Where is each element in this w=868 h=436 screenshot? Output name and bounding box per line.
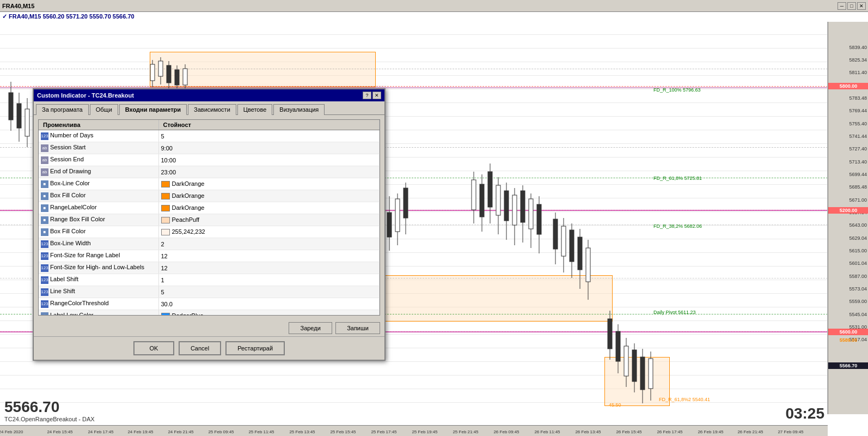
table-row[interactable]: ■Box-Line ColorDarkOrange: [39, 178, 380, 190]
modal-overlay: Custom Indicator - TC24.Breakout ? ✕ За …: [0, 0, 868, 436]
param-value: DarkOrange: [172, 180, 205, 187]
cancel-button[interactable]: Cancel: [179, 341, 221, 355]
param-name-cell: 123Label Shift: [39, 274, 158, 286]
modal-title-buttons[interactable]: ? ✕: [363, 92, 381, 99]
param-value-cell[interactable]: 5: [158, 286, 380, 298]
table-row[interactable]: ■Label Low ColorDodgerBlue: [39, 310, 380, 316]
param-name-cell: 123Line Shift: [39, 286, 158, 298]
param-value: 1: [161, 277, 164, 283]
table-row[interactable]: 123RangeColorThreshold30.0: [39, 298, 380, 310]
param-value-cell[interactable]: 5: [158, 130, 380, 142]
table-row[interactable]: 123Font-Size for High- and Low-Labels12: [39, 262, 380, 274]
table-row[interactable]: 123Font-Size for Range Label12: [39, 250, 380, 262]
param-type-icon: ab: [41, 168, 48, 176]
param-name-cell: ■Box Fill Color: [39, 226, 158, 238]
param-value-cell[interactable]: 12: [158, 250, 380, 262]
color-swatch-icon: [161, 229, 170, 235]
table-row[interactable]: ■Box Fill ColorDarkOrange: [39, 190, 380, 202]
param-name: Label Shift: [50, 276, 78, 282]
param-name: Session End: [50, 156, 84, 162]
dialog-footer: OK Cancel Рестартирай: [34, 336, 384, 360]
tab-vizualizatsia[interactable]: Визуализация: [273, 104, 325, 115]
param-value: 2: [161, 241, 164, 247]
param-name-cell: 123Font-Size for Range Label: [39, 250, 158, 262]
param-value-cell[interactable]: 9:00: [158, 142, 380, 154]
table-actions: Зареди Запиши: [34, 320, 384, 336]
param-value: 5: [161, 133, 164, 140]
param-name-cell: abSession End: [39, 154, 158, 166]
table-row[interactable]: 123Box-Line Width2: [39, 238, 380, 250]
tab-vhodni-parametri[interactable]: Входни параметри: [119, 104, 187, 115]
tab-obshi[interactable]: Общи: [90, 104, 118, 115]
param-name-cell: 123Font-Size for High- and Low-Labels: [39, 262, 158, 274]
tab-zavisimosti[interactable]: Зависимости: [188, 104, 236, 115]
param-name: Number of Days: [50, 132, 93, 138]
param-value: 9:00: [161, 145, 173, 152]
param-value-cell[interactable]: 2: [158, 238, 380, 250]
tab-tsvetove[interactable]: Цветове: [237, 104, 272, 115]
color-swatch-icon: [161, 205, 170, 211]
param-type-icon: ■: [41, 204, 48, 212]
param-name: Box-Line Color: [50, 180, 90, 186]
param-value-cell[interactable]: DarkOrange: [158, 202, 380, 214]
ok-button[interactable]: OK: [133, 341, 174, 355]
param-value: DarkOrange: [172, 204, 205, 211]
param-name-cell: 123RangeColorThreshold: [39, 298, 158, 310]
param-name-cell: 123Number of Days: [39, 130, 158, 142]
param-type-icon: 123: [41, 264, 48, 272]
param-value-cell[interactable]: DodgerBlue: [158, 310, 380, 316]
param-value: 255,242,232: [172, 228, 205, 235]
param-value: 10:00: [161, 157, 176, 164]
param-value-cell[interactable]: 23:00: [158, 166, 380, 178]
table-row[interactable]: 123Line Shift5: [39, 286, 380, 298]
restart-button[interactable]: Рестартирай: [225, 341, 285, 355]
modal-title-bar: Custom Indicator - TC24.Breakout ? ✕: [34, 89, 384, 101]
param-name: End of Drawing: [50, 168, 91, 174]
param-value-cell[interactable]: 12: [158, 262, 380, 274]
table-row[interactable]: ■Range Box Fill ColorPeachPuff: [39, 214, 380, 226]
col-header-value: Стойност: [158, 120, 380, 130]
param-type-icon: 123: [41, 132, 48, 140]
table-row[interactable]: 123Label Shift1: [39, 274, 380, 286]
table-row[interactable]: 123Number of Days5: [39, 130, 380, 142]
param-value-cell[interactable]: DarkOrange: [158, 178, 380, 190]
table-row[interactable]: abEnd of Drawing23:00: [39, 166, 380, 178]
zapishi-button[interactable]: Запиши: [335, 322, 380, 334]
param-value: DarkOrange: [172, 192, 205, 199]
param-value: 12: [161, 265, 168, 271]
param-table: Променлива Стойност 123Number of Days5ab…: [39, 120, 380, 316]
param-value-cell[interactable]: 1: [158, 274, 380, 286]
param-name: RangeColorThreshold: [50, 300, 109, 306]
param-name: Session Start: [50, 144, 85, 150]
table-row[interactable]: ■Box Fill Color255,242,232: [39, 226, 380, 238]
param-name: Range Box Fill Color: [50, 216, 105, 222]
tab-za-programa[interactable]: За програмата: [36, 104, 89, 115]
param-name: Box Fill Color: [50, 192, 85, 198]
param-value: 5: [161, 289, 164, 295]
param-value-cell[interactable]: 30.0: [158, 298, 380, 310]
param-value-cell[interactable]: 255,242,232: [158, 226, 380, 238]
modal-dialog: Custom Indicator - TC24.Breakout ? ✕ За …: [33, 88, 386, 361]
param-name: Line Shift: [50, 288, 75, 294]
table-row[interactable]: ■RangeLabelColorDarkOrange: [39, 202, 380, 214]
color-swatch-icon: [161, 313, 170, 316]
color-swatch-icon: [161, 217, 170, 223]
table-row[interactable]: abSession Start9:00: [39, 142, 380, 154]
param-value-cell[interactable]: DarkOrange: [158, 190, 380, 202]
zarédi-button[interactable]: Зареди: [289, 322, 332, 334]
tabs-container: За програмата Общи Входни параметри Зави…: [34, 101, 384, 115]
param-name: Font-Size for Range Label: [50, 252, 120, 258]
param-type-icon: 123: [41, 240, 48, 248]
param-value-cell[interactable]: PeachPuff: [158, 214, 380, 226]
table-row[interactable]: abSession End10:00: [39, 154, 380, 166]
param-type-icon: 123: [41, 288, 48, 296]
param-name-cell: ■Box Fill Color: [39, 190, 158, 202]
param-name: Font-Size for High- and Low-Labels: [50, 264, 144, 270]
modal-help-button[interactable]: ?: [363, 92, 371, 99]
param-value-cell[interactable]: 10:00: [158, 154, 380, 166]
param-type-icon: ■: [41, 180, 48, 188]
param-name-cell: ■Label Low Color: [39, 310, 158, 316]
param-name-cell: abEnd of Drawing: [39, 166, 158, 178]
modal-close-button[interactable]: ✕: [372, 92, 381, 99]
param-value: DodgerBlue: [172, 312, 204, 316]
